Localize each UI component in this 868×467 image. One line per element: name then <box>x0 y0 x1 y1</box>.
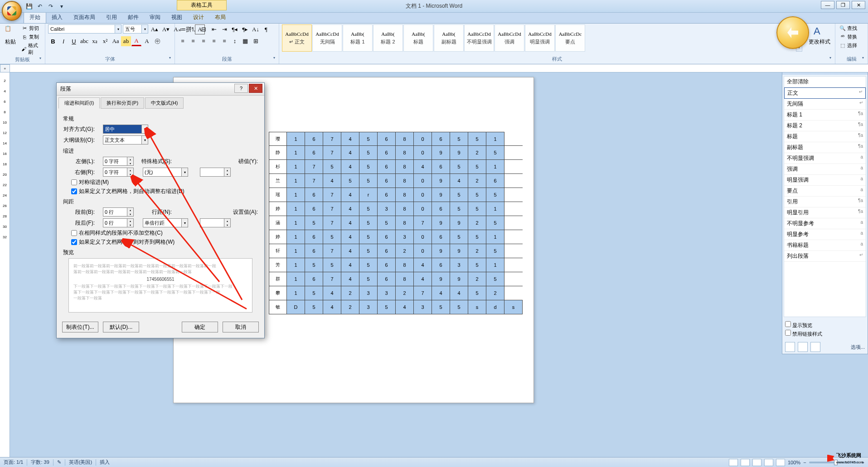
table-row[interactable]: 瑶1674r6809555 <box>269 188 523 202</box>
table-row[interactable]: 杉175456846551 <box>269 160 523 174</box>
zoom-out-button[interactable]: − <box>803 460 806 465</box>
style-list-item[interactable]: 引用¶a <box>784 197 866 207</box>
proofing-icon[interactable]: ✎ <box>57 459 61 465</box>
subscript-button[interactable]: x₂ <box>90 36 100 46</box>
italic-button[interactable]: I <box>58 36 68 46</box>
styles-pane-dropdown[interactable]: ▾ <box>827 72 829 73</box>
vertical-ruler[interactable]: 2468101214161820222426283032 <box>0 72 10 457</box>
space-before-spinner[interactable]: ▴▾ <box>103 207 134 217</box>
status-page[interactable]: 页面: 1/1 <box>4 459 23 466</box>
align-center-button[interactable]: ≡ <box>188 36 198 46</box>
chevron-down-icon[interactable]: ▾ <box>182 218 188 227</box>
close-button[interactable]: ✕ <box>852 1 865 9</box>
ribbon-tab-4[interactable]: 邮件 <box>122 12 144 23</box>
table-row[interactable]: 婷167453806551 <box>269 202 523 216</box>
strikethrough-button[interactable]: abc <box>79 36 89 46</box>
grow-font-button[interactable]: A▴ <box>150 24 160 34</box>
font-family-combo[interactable]: ▾ <box>48 24 121 34</box>
bullets-button[interactable]: ≔ <box>178 24 188 34</box>
find-button[interactable]: 🔍查找 <box>838 24 858 32</box>
style-list-item[interactable]: 明显参考a <box>784 229 866 240</box>
style-list-item[interactable]: 要点a <box>784 186 866 197</box>
indent-right-spinner[interactable]: ▴▾ <box>103 168 134 177</box>
style-gallery-item[interactable]: AaBbCcDd明显强调 <box>525 24 555 52</box>
ribbon-tab-0[interactable]: 开始 <box>24 11 46 23</box>
highlight-button[interactable]: ab <box>121 36 131 46</box>
style-list-item[interactable]: 标题¶a <box>784 131 866 142</box>
superscript-button[interactable]: x² <box>100 36 110 46</box>
align-left-button[interactable]: ≡ <box>178 36 188 46</box>
font-color-button[interactable]: A <box>131 36 141 46</box>
zoom-level[interactable]: 100% <box>788 460 800 465</box>
style-list-item[interactable]: 标题 2¶a <box>784 120 866 131</box>
style-list-item[interactable]: 正文↵ <box>784 87 866 99</box>
change-styles-button[interactable]: A 更改样式 <box>807 24 832 56</box>
ltr-button[interactable]: ¶◂ <box>230 24 240 34</box>
horizontal-ruler[interactable] <box>10 64 868 72</box>
ok-button[interactable]: 确定 <box>182 322 218 332</box>
format-painter-button[interactable]: 🖌格式刷 <box>20 42 42 56</box>
alignment-combo[interactable]: ▾ <box>103 125 148 134</box>
table-row[interactable]: 敏D542354355sds <box>269 300 523 314</box>
style-list-item[interactable]: 强调a <box>784 164 866 175</box>
multilevel-list-button[interactable]: ⊟ <box>199 24 209 34</box>
paragraph-group-label[interactable]: 段落 <box>178 56 276 63</box>
cancel-button[interactable]: 取消 <box>223 322 259 332</box>
ribbon-tab-6[interactable]: 视图 <box>166 12 188 23</box>
style-list-item[interactable]: 标题 1¶a <box>784 110 866 120</box>
shrink-font-button[interactable]: A▾ <box>161 24 171 34</box>
style-list-item[interactable]: 无间隔↵ <box>784 99 866 110</box>
style-gallery-item[interactable]: AaBb(副标题 <box>434 24 464 52</box>
font-size-combo[interactable]: ▾ <box>123 24 148 34</box>
copy-button[interactable]: ⎘复制 <box>20 33 42 41</box>
qat-undo-icon[interactable]: ↶ <box>35 2 44 11</box>
show-marks-button[interactable]: ¶ <box>261 24 271 34</box>
line-spacing-combo[interactable]: ▾ <box>143 218 188 227</box>
replace-button[interactable]: ᵃᵇ替换 <box>838 33 858 41</box>
office-button[interactable] <box>2 1 22 21</box>
ruler-corner[interactable]: ▫ <box>0 64 10 72</box>
style-list-item[interactable]: 列出段落↵ <box>784 251 866 262</box>
ribbon-tab-7[interactable]: 设计 <box>188 12 209 23</box>
enclose-characters-button[interactable]: ㊥ <box>152 36 162 46</box>
distribute-button[interactable]: ≡ <box>219 36 229 46</box>
full-screen-view-button[interactable] <box>741 459 750 466</box>
clipboard-group-label[interactable]: 剪贴板 <box>3 56 42 63</box>
web-layout-view-button[interactable] <box>752 459 761 466</box>
minimize-button[interactable]: — <box>821 1 834 9</box>
chevron-down-icon[interactable]: ▾ <box>142 135 148 144</box>
style-list-item[interactable]: 明显强调a <box>784 175 866 186</box>
table-row[interactable]: 婷165456306551 <box>269 230 523 244</box>
style-list-item[interactable]: 副标题¶a <box>784 142 866 153</box>
style-gallery-item[interactable]: AaBb(标题 1 <box>343 24 373 52</box>
styles-group-label[interactable]: 样式 <box>282 56 832 63</box>
set-default-button[interactable]: 默认(D)... <box>103 322 139 332</box>
decrease-indent-button[interactable]: ⇤ <box>209 24 219 34</box>
rtl-button[interactable]: ¶▸ <box>240 24 250 34</box>
dialog-tab[interactable]: 换行和分页(P) <box>101 97 144 109</box>
zoom-in-button[interactable]: + <box>862 460 864 465</box>
table-row[interactable]: 攀154233274452 <box>269 286 523 300</box>
close-icon[interactable]: ✕ <box>861 72 865 73</box>
sort-button[interactable]: A↓ <box>251 24 261 34</box>
style-list-item[interactable]: 不明显强调a <box>784 153 866 164</box>
numbering-button[interactable]: ⒈ <box>188 24 198 34</box>
font-group-label[interactable]: 字体 <box>48 56 172 63</box>
at-value-spinner[interactable]: ▴▾ <box>200 218 231 227</box>
no-space-same-style-checkbox[interactable]: 在相同样式的段落间不添加空格(C) <box>71 229 258 237</box>
space-after-spinner[interactable]: ▴▾ <box>103 218 134 227</box>
style-list-item[interactable]: 不明显参考a <box>784 218 866 229</box>
by-value-spinner[interactable]: ▴▾ <box>200 168 231 177</box>
style-list-item[interactable]: 明显引用¶a <box>784 207 866 218</box>
table-row[interactable]: 璎167456806551 <box>269 132 523 146</box>
qat-save-icon[interactable]: 💾 <box>24 2 34 11</box>
editing-group-label[interactable]: 编辑 <box>838 56 865 63</box>
chevron-down-icon[interactable]: ▾ <box>115 24 121 34</box>
status-word-count[interactable]: 字数: 39 <box>31 459 49 466</box>
ribbon-tab-5[interactable]: 审阅 <box>144 12 166 23</box>
mirror-indent-checkbox[interactable]: 对称缩进(M) <box>71 178 258 186</box>
align-right-button[interactable]: ≡ <box>199 36 209 46</box>
print-layout-view-button[interactable] <box>729 459 738 466</box>
character-shading-button[interactable]: A <box>142 36 152 46</box>
qat-customize-icon[interactable]: ▾ <box>57 2 66 11</box>
